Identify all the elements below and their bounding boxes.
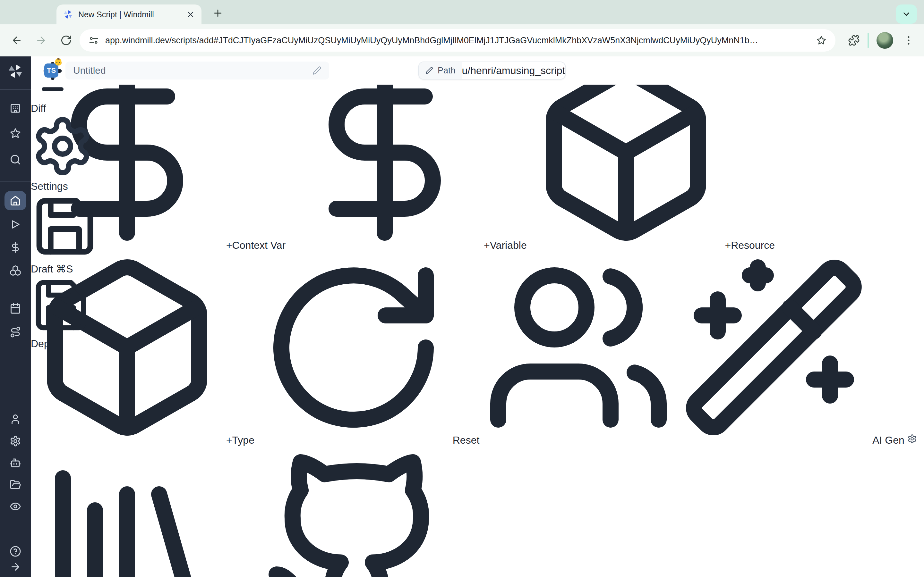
workers-icon[interactable] (10, 457, 21, 469)
workspace-settings-icon[interactable] (10, 435, 21, 447)
resources-icon[interactable] (10, 265, 21, 276)
deploy-button[interactable]: Deploy (31, 275, 91, 350)
resource-label: +Resource (725, 239, 775, 251)
reset-icon (257, 251, 450, 444)
script-header: TS 👶 Untitled Path u/henri/amusing_scrip… (31, 56, 924, 85)
reset-label: Reset (453, 434, 480, 446)
tab-close-icon[interactable] (186, 10, 195, 19)
path-button[interactable]: Path u/henri/amusing_script (418, 61, 565, 79)
windmill-favicon (63, 9, 73, 19)
draft-shortcut: ⌘S (56, 263, 73, 275)
script-name[interactable]: Untitled (73, 65, 312, 76)
favorites-icon[interactable] (10, 127, 21, 139)
package-icon (530, 56, 722, 249)
windmill-app: TS 👶 Untitled Path u/henri/amusing_scrip… (0, 56, 924, 577)
bookmark-icon[interactable] (816, 35, 827, 45)
edit-name-pencil-icon[interactable] (312, 66, 321, 75)
sidebar (0, 56, 31, 577)
site-settings-icon[interactable] (89, 35, 99, 45)
variables-icon[interactable] (10, 242, 21, 253)
browser-menu-icon[interactable] (903, 35, 914, 46)
reload-button[interactable] (60, 35, 72, 46)
dollar-icon (288, 56, 481, 249)
multiplayer-toggle[interactable] (482, 434, 678, 446)
type-label: +Type (226, 434, 254, 446)
extensions-icon[interactable] (848, 35, 860, 46)
add-resource-button[interactable]: +Resource (530, 239, 775, 251)
avatar[interactable] (877, 32, 893, 49)
browser-tab[interactable]: New Script | Windmill (57, 5, 202, 24)
add-type-button[interactable]: +Type (31, 434, 257, 446)
runs-icon[interactable] (10, 219, 21, 230)
editor-toolbar: +Context Var +Variable +Resource +Type R… (31, 56, 924, 577)
path-value[interactable]: u/henri/amusing_script (462, 65, 565, 77)
browser-toolbar: app.windmill.dev/scripts/add#JTdCJTIyaGF… (0, 24, 924, 56)
save-icon (31, 275, 91, 335)
search-icon[interactable] (10, 154, 21, 165)
schedules-icon[interactable] (10, 303, 21, 314)
new-tab-button[interactable] (212, 8, 223, 19)
settings-gear-icon (31, 114, 94, 178)
folders-icon[interactable] (10, 479, 21, 490)
ai-gen-button[interactable]: AI Gen (678, 434, 907, 446)
editor-settings-icon[interactable] (907, 434, 917, 444)
url-text[interactable]: app.windmill.dev/scripts/add#JTdCJTIyaGF… (105, 35, 810, 45)
toolbar-separator (867, 33, 869, 48)
users-icon (482, 251, 675, 444)
tab-title: New Script | Windmill (78, 10, 181, 19)
main-area: TS 👶 Untitled Path u/henri/amusing_scrip… (31, 56, 924, 577)
diff-label: Diff (31, 103, 46, 114)
home-icon (10, 195, 21, 206)
add-variable-button[interactable]: +Variable (288, 239, 530, 251)
user-icon[interactable] (10, 414, 21, 425)
url-bar[interactable]: app.windmill.dev/scripts/add#JTdCJTIyaGF… (79, 29, 835, 52)
sidebar-divider (0, 89, 31, 90)
browser-tabstrip: New Script | Windmill (0, 0, 924, 24)
script-name-input[interactable]: Untitled (65, 61, 329, 79)
help-icon[interactable] (10, 546, 21, 557)
vscode-icon (260, 446, 453, 577)
deploy-label: Deploy (31, 338, 63, 350)
sidebar-item-home[interactable] (5, 191, 26, 210)
tab-search-button[interactable] (896, 5, 917, 24)
browser-window: New Script | Windmill app.windmill.dev/s… (0, 0, 924, 577)
forward-button[interactable] (35, 35, 47, 46)
sidebar-divider (0, 181, 31, 182)
chevron-down-icon (901, 9, 911, 19)
edit-path-pencil-icon (425, 67, 433, 74)
flows-icon[interactable] (10, 326, 21, 338)
audit-logs-icon[interactable] (10, 501, 21, 512)
draft-button[interactable]: Draft ⌘S (31, 192, 99, 275)
expand-sidebar-icon[interactable] (10, 561, 21, 572)
path-label: Path (438, 66, 456, 76)
draft-label: Draft (31, 263, 53, 275)
variable-label: +Variable (484, 239, 527, 251)
apps-icon[interactable] (10, 103, 21, 114)
ai-gen-label: AI Gen (872, 434, 905, 446)
save-icon (31, 192, 99, 260)
windmill-logo-icon[interactable] (7, 63, 24, 79)
settings-button[interactable]: Settings (31, 114, 94, 192)
reset-button[interactable]: Reset (257, 434, 482, 446)
wand-sparkles-icon (678, 251, 870, 444)
settings-label: Settings (31, 181, 68, 192)
back-button[interactable] (11, 35, 23, 46)
context-var-label: +Context Var (226, 239, 286, 251)
library-icon (31, 446, 223, 577)
badge-emoji: 👶 (54, 58, 63, 66)
